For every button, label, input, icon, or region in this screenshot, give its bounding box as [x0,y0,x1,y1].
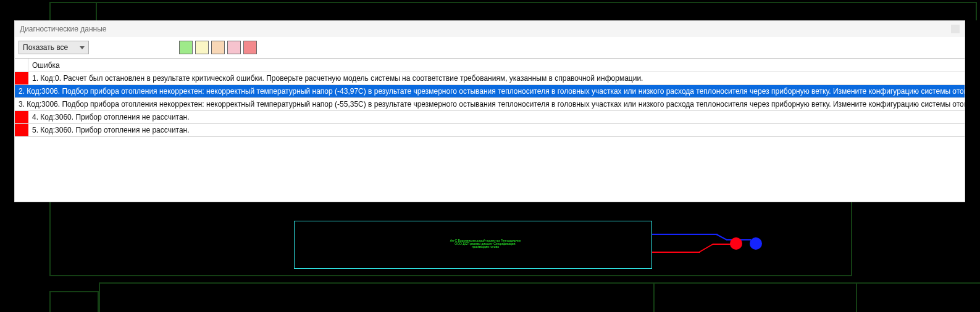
severity-swatch-4[interactable] [243,41,257,54]
chevron-down-icon [80,46,85,49]
node-blue[interactable] [750,237,762,250]
severity-swatch-2[interactable] [211,41,225,54]
severity-cell [15,124,28,136]
cad-annotation-text: Ан-С Воронежспецстрой-проектгаз Генподря… [448,239,522,248]
header-severity-col [15,59,28,72]
error-message: 2. Код:3006. Подбор прибора отопления не… [15,85,965,97]
severity-swatch-3[interactable] [227,41,241,54]
error-row[interactable]: 2. Код:3006. Подбор прибора отопления не… [15,85,965,98]
error-row[interactable]: 5. Код:3060. Прибор отопления не рассчит… [15,124,965,137]
header-error-col[interactable]: Ошибка [28,59,965,72]
filter-dropdown-label: Показать все [23,43,68,52]
severity-cell [15,111,28,123]
panel-titlebar: Диагностические данные [15,21,965,37]
error-message: 1. Код:0. Расчет был остановлен в резуль… [28,72,965,84]
filter-dropdown[interactable]: Показать все [19,41,89,54]
error-row[interactable]: 4. Код:3060. Прибор отопления не рассчит… [15,111,965,124]
node-red[interactable] [730,237,742,250]
error-row[interactable]: 3. Код:3006. Подбор прибора отопления не… [15,98,965,111]
error-grid: Ошибка 1. Код:0. Расчет был остановлен в… [15,58,965,137]
grid-header: Ошибка [15,59,965,72]
severity-swatch-0[interactable] [179,41,193,54]
error-row[interactable]: 1. Код:0. Расчет был остановлен в резуль… [15,72,965,85]
severity-swatches [179,41,257,54]
error-message: 4. Код:3060. Прибор отопления не рассчит… [28,111,965,123]
grid-body: 1. Код:0. Расчет был остановлен в резуль… [15,72,965,137]
panel-title: Диагностические данные [20,21,107,37]
error-message: 5. Код:3060. Прибор отопления не рассчит… [28,124,965,136]
severity-cell [15,72,28,84]
cad-canvas[interactable]: Ан-С Воронежспецстрой-проектгаз Генподря… [0,202,980,312]
close-icon[interactable] [951,25,960,33]
error-message: 3. Код:3006. Подбор прибора отопления не… [15,98,965,110]
diagnostics-panel: Диагностические данные Показать все Ошиб… [14,20,965,202]
severity-swatch-1[interactable] [195,41,209,54]
panel-toolbar: Показать все [15,37,965,58]
